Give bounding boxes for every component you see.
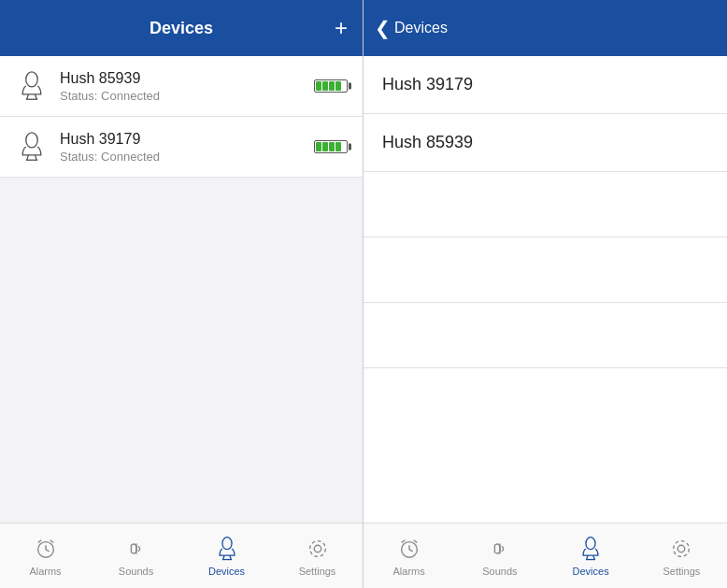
- left-nav-sounds[interactable]: Sounds: [91, 532, 181, 581]
- right-device-name-1: Hush 39179: [382, 75, 708, 94]
- svg-line-12: [50, 539, 53, 542]
- devices-nav-icon-active: [214, 536, 240, 562]
- battery-cell: [322, 81, 328, 91]
- left-nav-devices[interactable]: Devices: [181, 532, 272, 581]
- svg-point-19: [309, 540, 325, 556]
- left-nav-settings[interactable]: Settings: [272, 532, 363, 581]
- svg-point-18: [314, 545, 321, 552]
- battery-cell: [335, 81, 341, 91]
- right-nav-settings[interactable]: Settings: [636, 532, 727, 581]
- right-sounds-icon: [487, 536, 513, 562]
- back-chevron-icon: ❮: [375, 17, 391, 39]
- svg-line-27: [587, 555, 588, 559]
- svg-point-26: [586, 537, 595, 549]
- battery-cell: [322, 142, 328, 151]
- right-header: ❮ Devices: [364, 0, 727, 56]
- device-icon-2: [15, 130, 49, 164]
- right-nav-sounds[interactable]: Sounds: [454, 532, 545, 581]
- svg-point-31: [674, 540, 690, 556]
- right-nav-alarms[interactable]: Alarms: [364, 532, 454, 581]
- device-name-1: Hush 85939: [60, 70, 303, 87]
- svg-line-24: [413, 539, 417, 542]
- right-nav-settings-label: Settings: [663, 566, 701, 577]
- left-nav-devices-label: Devices: [208, 566, 245, 577]
- settings-icon: [305, 536, 331, 562]
- battery-cell: [329, 142, 335, 151]
- device-icon-1: [15, 69, 49, 103]
- right-nav-devices[interactable]: Devices: [546, 532, 636, 581]
- svg-point-0: [26, 72, 37, 87]
- left-nav-alarms[interactable]: Alarms: [0, 532, 91, 581]
- right-settings-icon: [668, 536, 694, 562]
- left-panel: Devices + Hush 85939 Status: Connected: [0, 0, 364, 588]
- battery-cell: [329, 81, 335, 91]
- left-nav-alarms-label: Alarms: [29, 566, 61, 577]
- right-devices-nav-icon-active: [577, 536, 604, 562]
- battery-bar-1: [314, 79, 348, 93]
- device-status-2: Status: Connected: [60, 150, 303, 164]
- right-nav-sounds-label: Sounds: [482, 566, 517, 577]
- sounds-icon: [123, 536, 150, 562]
- device-name-2: Hush 39179: [60, 131, 303, 148]
- svg-line-11: [37, 539, 41, 542]
- right-device-item-5: [364, 303, 727, 368]
- left-nav-settings-label: Settings: [299, 566, 336, 577]
- battery-cell: [335, 142, 341, 151]
- right-alarm-icon: [396, 536, 422, 562]
- svg-line-16: [229, 555, 230, 559]
- svg-point-14: [221, 537, 231, 549]
- left-header: Devices +: [0, 0, 363, 56]
- battery-indicator-1: [314, 79, 348, 93]
- svg-line-2: [36, 94, 37, 99]
- device-status-1: Status: Connected: [60, 89, 303, 103]
- right-device-list: Hush 39179 Hush 85939: [364, 56, 727, 523]
- right-panel: ❮ Devices Hush 39179 Hush 85939: [364, 0, 727, 588]
- back-button[interactable]: ❮ Devices: [375, 17, 448, 39]
- add-device-button[interactable]: +: [335, 17, 348, 39]
- svg-line-28: [593, 555, 594, 559]
- device-info-1: Hush 85939 Status: Connected: [60, 70, 303, 103]
- left-bottom-nav: Alarms Sounds De: [0, 523, 363, 588]
- svg-line-22: [409, 549, 413, 551]
- left-header-title: Devices: [150, 19, 213, 38]
- right-device-item-1[interactable]: Hush 39179: [364, 56, 727, 114]
- alarm-icon: [33, 536, 59, 562]
- svg-line-5: [27, 155, 29, 160]
- right-bottom-nav: Alarms Sounds De: [364, 523, 727, 588]
- svg-line-1: [27, 94, 29, 99]
- svg-line-10: [46, 549, 50, 551]
- device-item-1[interactable]: Hush 85939 Status: Connected: [0, 56, 363, 117]
- svg-point-30: [678, 545, 685, 552]
- back-label: Devices: [394, 20, 448, 36]
- right-nav-alarms-label: Alarms: [393, 566, 425, 577]
- battery-cell: [316, 81, 321, 91]
- svg-line-15: [222, 555, 223, 559]
- right-device-item-4: [364, 237, 727, 303]
- right-device-item-3: [364, 172, 727, 237]
- device-item-2[interactable]: Hush 39179 Status: Connected: [0, 117, 363, 178]
- right-nav-devices-label: Devices: [573, 566, 609, 577]
- right-device-name-2: Hush 85939: [382, 133, 708, 152]
- svg-line-23: [401, 539, 405, 542]
- svg-line-6: [36, 155, 37, 160]
- battery-bar-2: [314, 140, 348, 153]
- device-info-2: Hush 39179 Status: Connected: [60, 131, 303, 164]
- right-device-item-2[interactable]: Hush 85939: [364, 114, 727, 172]
- svg-point-4: [26, 133, 37, 148]
- battery-cell: [316, 142, 321, 151]
- battery-indicator-2: [314, 140, 348, 153]
- left-nav-sounds-label: Sounds: [119, 566, 153, 577]
- left-device-list: Hush 85939 Status: Connected: [0, 56, 363, 523]
